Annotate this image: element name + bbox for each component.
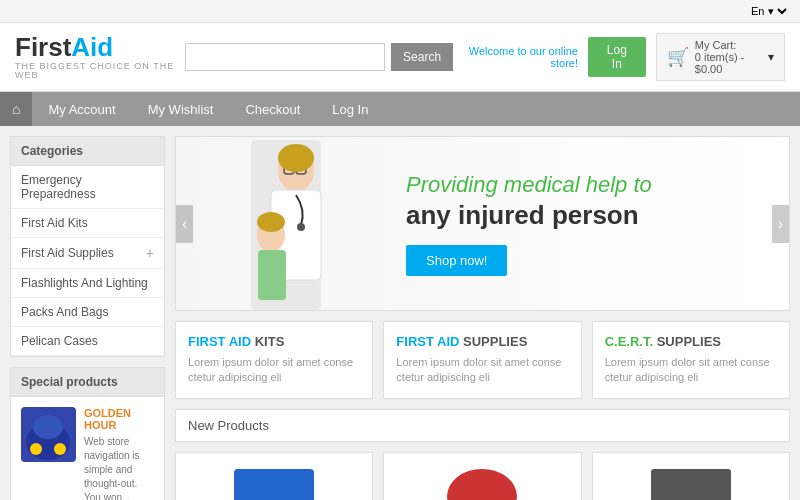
header: FirstAid THE BIGGEST CHOICE ON THE WEB S… [0,23,800,92]
sidebar-item-first-aid-kits[interactable]: First Aid Kits [11,209,164,238]
svg-point-1 [33,415,63,439]
main-nav: ⌂ My Account My Wishlist Checkout Log In [0,92,800,126]
logo-title: FirstAid [15,34,185,60]
banner-headline: Providing medical help to any injured pe… [406,171,759,233]
main-content: Categories Emergency Preparedness First … [0,126,800,500]
top-bar: En ▾ Fr De Es [0,0,800,23]
card-title-supplies: FIRST AID SUPPLIES [396,334,568,349]
hero-banner: ‹ [175,136,790,311]
new-product-image-1 [234,469,314,500]
special-products-title: Special products [11,368,164,397]
cart-icon: 🛒 [667,46,689,68]
card-title-cert: C.E.R.T. SUPPLIES [605,334,777,349]
banner-image [176,137,376,310]
product-svg [21,407,76,462]
doctor-svg [216,140,356,310]
banner-next-button[interactable]: › [772,205,789,243]
login-button[interactable]: Log In [588,37,646,77]
shop-now-button[interactable]: Shop now! [406,245,507,276]
new-product-image-2 [447,469,517,500]
home-icon: ⌂ [12,101,20,117]
svg-point-13 [257,212,285,232]
sidebar-item-first-aid-supplies[interactable]: First Aid Supplies + [11,238,164,269]
new-product-image-3 [651,469,731,500]
logo: FirstAid THE BIGGEST CHOICE ON THE WEB [15,34,185,80]
svg-rect-12 [258,250,286,300]
logo-first: First [15,32,71,62]
nav-item-home[interactable]: ⌂ [0,92,32,126]
cart-box[interactable]: 🛒 My Cart: 0 item(s) - $0.00 ▾ [656,33,785,81]
sidebar: Categories Emergency Preparedness First … [10,136,165,500]
card-desc-supplies: Lorem ipsum dolor sit amet conse ctetur … [396,355,568,386]
product-desc: Web store navigation is simple and thoug… [84,435,154,500]
categories-section: Categories Emergency Preparedness First … [10,136,165,357]
header-right: Welcome to our online store! Log In 🛒 My… [453,33,785,81]
special-product-info: GOLDEN HOUR Web store navigation is simp… [84,407,154,500]
nav-item-login[interactable]: Log In [316,93,384,126]
logo-aid: Aid [71,32,113,62]
plus-icon: + [146,245,154,261]
nav-item-account[interactable]: My Account [32,93,131,126]
new-product-card-2[interactable] [383,452,581,500]
banner-prev-button[interactable]: ‹ [176,205,193,243]
product-card-kits[interactable]: FIRST AID KITS Lorem ipsum dolor sit ame… [175,321,373,399]
search-button[interactable]: Search [391,43,453,71]
new-products-grid [175,452,790,500]
card-desc-cert: Lorem ipsum dolor sit amet conse ctetur … [605,355,777,386]
svg-point-2 [30,443,42,455]
welcome-text: Welcome to our online store! [453,45,578,69]
banner-headline-green: Providing medical help to [406,171,759,200]
new-product-card-3[interactable] [592,452,790,500]
language-selector[interactable]: En ▾ Fr De Es [747,4,790,18]
product-card-supplies[interactable]: FIRST AID SUPPLIES Lorem ipsum dolor sit… [383,321,581,399]
svg-point-14 [278,144,314,172]
sidebar-item-pelican[interactable]: Pelican Cases [11,327,164,356]
product-cards: FIRST AID KITS Lorem ipsum dolor sit ame… [175,321,790,399]
product-name[interactable]: GOLDEN HOUR [84,407,154,431]
sidebar-item-emergency[interactable]: Emergency Preparedness [11,166,164,209]
categories-title: Categories [11,137,164,166]
search-area: Search [185,43,453,71]
content-area: ‹ [175,136,790,500]
banner-text: Providing medical help to any injured pe… [376,151,789,296]
special-products-section: Special products GOLDEN HOUR Web store n… [10,367,165,500]
new-product-card-1[interactable] [175,452,373,500]
special-product: GOLDEN HOUR Web store navigation is simp… [11,397,164,500]
logo-subtitle: THE BIGGEST CHOICE ON THE WEB [15,62,185,80]
product-card-cert[interactable]: C.E.R.T. SUPPLIES Lorem ipsum dolor sit … [592,321,790,399]
new-products-header: New Products [175,409,790,442]
sidebar-item-packs[interactable]: Packs And Bags [11,298,164,327]
cart-info: My Cart: 0 item(s) - $0.00 [695,39,762,75]
special-product-image [21,407,76,462]
card-title-kits: FIRST AID KITS [188,334,360,349]
nav-item-checkout[interactable]: Checkout [229,93,316,126]
card-desc-kits: Lorem ipsum dolor sit amet conse ctetur … [188,355,360,386]
svg-point-10 [297,223,305,231]
search-input[interactable] [185,43,385,71]
svg-point-3 [54,443,66,455]
banner-headline-dark: any injured person [406,199,759,233]
sidebar-item-flashlights[interactable]: Flashlights And Lighting [11,269,164,298]
nav-item-wishlist[interactable]: My Wishlist [132,93,230,126]
cart-chevron-icon: ▾ [768,50,774,64]
banner-inner: Providing medical help to any injured pe… [176,137,789,310]
